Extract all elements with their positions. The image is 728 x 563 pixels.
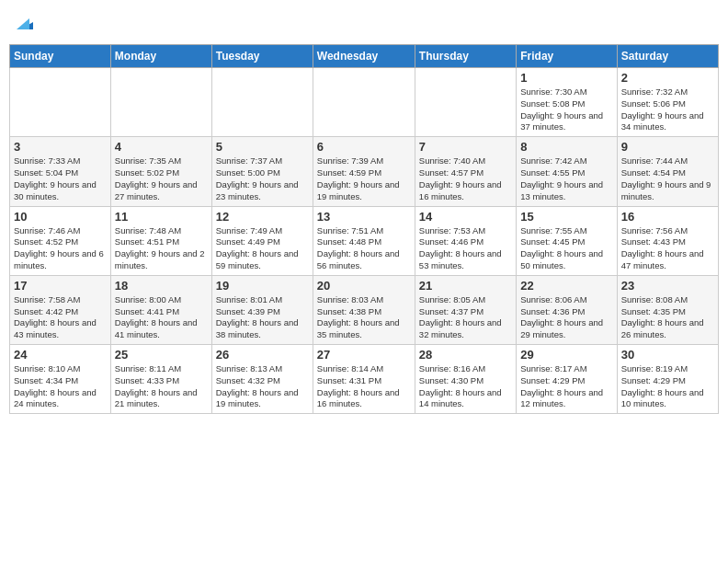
- calendar-cell: 6Sunrise: 7:39 AM Sunset: 4:59 PM Daylig…: [313, 137, 415, 206]
- calendar-cell: 13Sunrise: 7:51 AM Sunset: 4:48 PM Dayli…: [313, 206, 415, 275]
- day-number: 6: [317, 140, 411, 154]
- day-info: Sunrise: 8:05 AM Sunset: 4:37 PM Dayligh…: [419, 294, 512, 341]
- day-number: 14: [419, 210, 512, 224]
- logo-icon: [15, 13, 35, 33]
- day-info: Sunrise: 7:35 AM Sunset: 5:02 PM Dayligh…: [115, 155, 208, 202]
- day-number: 24: [14, 348, 107, 362]
- day-number: 9: [621, 140, 714, 154]
- day-number: 25: [115, 348, 208, 362]
- day-number: 17: [14, 279, 107, 293]
- day-number: 7: [419, 140, 512, 154]
- day-info: Sunrise: 8:19 AM Sunset: 4:29 PM Dayligh…: [621, 363, 714, 410]
- calendar-cell: 7Sunrise: 7:40 AM Sunset: 4:57 PM Daylig…: [415, 137, 516, 206]
- day-number: 27: [317, 348, 411, 362]
- day-info: Sunrise: 8:11 AM Sunset: 4:33 PM Dayligh…: [115, 363, 208, 410]
- day-number: 16: [621, 210, 714, 224]
- day-info: Sunrise: 8:14 AM Sunset: 4:31 PM Dayligh…: [317, 363, 411, 410]
- day-number: 12: [216, 210, 309, 224]
- calendar-cell: [110, 68, 211, 137]
- calendar-cell: 12Sunrise: 7:49 AM Sunset: 4:49 PM Dayli…: [211, 206, 313, 275]
- svg-marker-1: [17, 18, 29, 29]
- day-info: Sunrise: 7:44 AM Sunset: 4:54 PM Dayligh…: [621, 155, 714, 202]
- calendar-body: 1Sunrise: 7:30 AM Sunset: 5:08 PM Daylig…: [10, 68, 719, 414]
- calendar-cell: 9Sunrise: 7:44 AM Sunset: 4:54 PM Daylig…: [617, 137, 718, 206]
- calendar-cell: 4Sunrise: 7:35 AM Sunset: 5:02 PM Daylig…: [110, 137, 211, 206]
- calendar-week-row: 17Sunrise: 7:58 AM Sunset: 4:42 PM Dayli…: [10, 275, 719, 344]
- calendar-cell: 20Sunrise: 8:03 AM Sunset: 4:38 PM Dayli…: [313, 275, 415, 344]
- day-number: 29: [520, 348, 612, 362]
- day-info: Sunrise: 7:32 AM Sunset: 5:06 PM Dayligh…: [621, 86, 714, 133]
- day-number: 20: [317, 279, 411, 293]
- day-info: Sunrise: 7:33 AM Sunset: 5:04 PM Dayligh…: [14, 155, 107, 202]
- day-info: Sunrise: 7:55 AM Sunset: 4:45 PM Dayligh…: [520, 225, 612, 272]
- calendar-cell: 27Sunrise: 8:14 AM Sunset: 4:31 PM Dayli…: [313, 345, 415, 414]
- calendar-cell: 11Sunrise: 7:48 AM Sunset: 4:51 PM Dayli…: [110, 206, 211, 275]
- day-info: Sunrise: 8:16 AM Sunset: 4:30 PM Dayligh…: [419, 363, 512, 410]
- day-number: 8: [520, 140, 612, 154]
- day-info: Sunrise: 7:46 AM Sunset: 4:52 PM Dayligh…: [14, 225, 107, 272]
- calendar-cell: 10Sunrise: 7:46 AM Sunset: 4:52 PM Dayli…: [10, 206, 111, 275]
- calendar-cell: 1Sunrise: 7:30 AM Sunset: 5:08 PM Daylig…: [517, 68, 617, 137]
- calendar-cell: 5Sunrise: 7:37 AM Sunset: 5:00 PM Daylig…: [211, 137, 313, 206]
- calendar-cell: 24Sunrise: 8:10 AM Sunset: 4:34 PM Dayli…: [10, 345, 111, 414]
- calendar-cell: 15Sunrise: 7:55 AM Sunset: 4:45 PM Dayli…: [517, 206, 617, 275]
- calendar-cell: [415, 68, 516, 137]
- day-info: Sunrise: 7:58 AM Sunset: 4:42 PM Dayligh…: [14, 294, 107, 341]
- day-number: 10: [14, 210, 107, 224]
- day-number: 22: [520, 279, 612, 293]
- day-number: 28: [419, 348, 512, 362]
- calendar-cell: 17Sunrise: 7:58 AM Sunset: 4:42 PM Dayli…: [10, 275, 111, 344]
- day-info: Sunrise: 7:39 AM Sunset: 4:59 PM Dayligh…: [317, 155, 411, 202]
- day-info: Sunrise: 7:53 AM Sunset: 4:46 PM Dayligh…: [419, 225, 512, 272]
- calendar-cell: 2Sunrise: 7:32 AM Sunset: 5:06 PM Daylig…: [617, 68, 718, 137]
- calendar-cell: 18Sunrise: 8:00 AM Sunset: 4:41 PM Dayli…: [110, 275, 211, 344]
- day-info: Sunrise: 8:17 AM Sunset: 4:29 PM Dayligh…: [520, 363, 612, 410]
- day-number: 2: [621, 71, 714, 85]
- day-number: 23: [621, 279, 714, 293]
- calendar-cell: 29Sunrise: 8:17 AM Sunset: 4:29 PM Dayli…: [517, 345, 617, 414]
- day-info: Sunrise: 8:13 AM Sunset: 4:32 PM Dayligh…: [216, 363, 309, 410]
- calendar-cell: 3Sunrise: 7:33 AM Sunset: 5:04 PM Daylig…: [10, 137, 111, 206]
- weekday-header: Tuesday: [211, 45, 313, 68]
- calendar-header-row: SundayMondayTuesdayWednesdayThursdayFrid…: [10, 45, 719, 68]
- calendar-table: SundayMondayTuesdayWednesdayThursdayFrid…: [9, 44, 719, 414]
- calendar-cell: [211, 68, 313, 137]
- calendar-cell: 30Sunrise: 8:19 AM Sunset: 4:29 PM Dayli…: [617, 345, 718, 414]
- day-number: 26: [216, 348, 309, 362]
- day-number: 13: [317, 210, 411, 224]
- logo: [13, 13, 35, 37]
- weekday-header: Thursday: [415, 45, 516, 68]
- day-info: Sunrise: 7:56 AM Sunset: 4:43 PM Dayligh…: [621, 225, 714, 272]
- calendar-week-row: 1Sunrise: 7:30 AM Sunset: 5:08 PM Daylig…: [10, 68, 719, 137]
- page-header: [9, 9, 719, 37]
- day-number: 18: [115, 279, 208, 293]
- day-number: 4: [115, 140, 208, 154]
- day-number: 21: [419, 279, 512, 293]
- weekday-header: Wednesday: [313, 45, 415, 68]
- weekday-header: Monday: [110, 45, 211, 68]
- day-info: Sunrise: 7:51 AM Sunset: 4:48 PM Dayligh…: [317, 225, 411, 272]
- day-info: Sunrise: 8:08 AM Sunset: 4:35 PM Dayligh…: [621, 294, 714, 341]
- calendar-cell: 28Sunrise: 8:16 AM Sunset: 4:30 PM Dayli…: [415, 345, 516, 414]
- weekday-header: Friday: [517, 45, 617, 68]
- day-info: Sunrise: 7:49 AM Sunset: 4:49 PM Dayligh…: [216, 225, 309, 272]
- calendar-cell: 19Sunrise: 8:01 AM Sunset: 4:39 PM Dayli…: [211, 275, 313, 344]
- day-info: Sunrise: 8:10 AM Sunset: 4:34 PM Dayligh…: [14, 363, 107, 410]
- day-number: 15: [520, 210, 612, 224]
- day-info: Sunrise: 8:00 AM Sunset: 4:41 PM Dayligh…: [115, 294, 208, 341]
- day-number: 1: [520, 71, 612, 85]
- day-number: 3: [14, 140, 107, 154]
- day-info: Sunrise: 8:01 AM Sunset: 4:39 PM Dayligh…: [216, 294, 309, 341]
- weekday-header: Saturday: [617, 45, 718, 68]
- calendar-cell: 26Sunrise: 8:13 AM Sunset: 4:32 PM Dayli…: [211, 345, 313, 414]
- calendar-cell: 23Sunrise: 8:08 AM Sunset: 4:35 PM Dayli…: [617, 275, 718, 344]
- weekday-header: Sunday: [10, 45, 111, 68]
- calendar-cell: 25Sunrise: 8:11 AM Sunset: 4:33 PM Dayli…: [110, 345, 211, 414]
- day-number: 11: [115, 210, 208, 224]
- calendar-cell: 21Sunrise: 8:05 AM Sunset: 4:37 PM Dayli…: [415, 275, 516, 344]
- day-info: Sunrise: 7:42 AM Sunset: 4:55 PM Dayligh…: [520, 155, 612, 202]
- calendar-cell: [10, 68, 111, 137]
- calendar-cell: 22Sunrise: 8:06 AM Sunset: 4:36 PM Dayli…: [517, 275, 617, 344]
- day-info: Sunrise: 7:30 AM Sunset: 5:08 PM Dayligh…: [520, 86, 612, 133]
- day-info: Sunrise: 8:03 AM Sunset: 4:38 PM Dayligh…: [317, 294, 411, 341]
